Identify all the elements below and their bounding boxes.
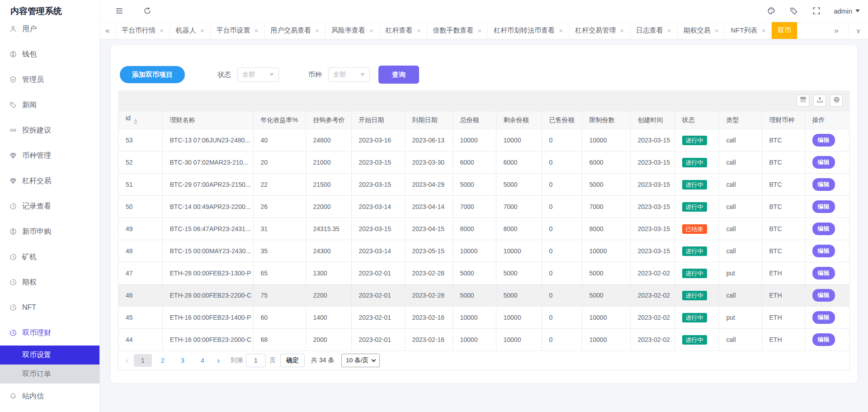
sidebar-item-nft[interactable]: NFT [0, 295, 99, 320]
sidebar-subitem-dual-currency-settings[interactable]: 双币设置 [0, 346, 99, 365]
column-header-0[interactable]: id [118, 111, 162, 129]
sidebar-item-coin-management[interactable]: 币种管理 [0, 143, 99, 168]
tab-close-icon[interactable]: × [762, 27, 766, 34]
cell-sold: 0 [542, 218, 582, 240]
goto-confirm-button[interactable]: 确定 [280, 354, 305, 367]
cell-sold: 0 [542, 284, 582, 307]
page-size-select[interactable]: 10 条/页 [341, 354, 380, 367]
status-select[interactable]: 全部 [237, 67, 279, 82]
edit-button[interactable]: 编辑 [812, 311, 835, 324]
sidebar-item-users[interactable]: 用户 [0, 16, 99, 42]
sidebar-item-records[interactable]: 记录查看 [0, 194, 99, 219]
edit-button[interactable]: 编辑 [812, 245, 835, 257]
column-header-13: 理财币种 [762, 111, 805, 129]
tab-5[interactable]: 杠杆查看× [380, 22, 427, 39]
cell-id: 51 [118, 174, 162, 196]
tag-icon[interactable] [789, 6, 798, 15]
sidebar-item-feedback[interactable]: 投拆建议 [0, 118, 99, 143]
sidebar-item-leverage-trading[interactable]: 杠杆交易 [0, 168, 99, 194]
page-button-3[interactable]: 3 [174, 354, 192, 367]
tab-close-icon[interactable]: × [417, 27, 421, 34]
user-menu[interactable]: admin [834, 7, 860, 15]
tab-close-icon[interactable]: × [559, 27, 563, 34]
tab-close-icon[interactable]: × [667, 27, 671, 34]
export-button[interactable] [813, 95, 826, 107]
edit-button[interactable]: 编辑 [812, 200, 835, 213]
tabs-scroll-left-button[interactable]: « [99, 22, 116, 39]
tab-close-icon[interactable]: × [369, 27, 373, 34]
tab-7[interactable]: 杠杆币划转法币查看× [488, 22, 569, 39]
print-button[interactable] [830, 95, 843, 107]
theme-palette-icon[interactable] [767, 6, 776, 15]
cell-coin: ETH [762, 307, 805, 329]
sidebar-item-dual-currency[interactable]: 双币理财 [0, 320, 99, 346]
edit-button[interactable]: 编辑 [812, 333, 835, 346]
fullscreen-icon[interactable] [812, 6, 821, 15]
sidebar-item-options[interactable]: 期权 [0, 270, 99, 295]
tab-0[interactable]: 平台币行情× [116, 22, 170, 39]
edit-button[interactable]: 编辑 [812, 267, 835, 279]
cell-ref: 21000 [306, 152, 351, 174]
menu-fold-icon[interactable] [115, 6, 124, 15]
next-page-button[interactable]: › [212, 356, 224, 365]
sidebar-item-mining[interactable]: 矿机 [0, 244, 99, 270]
tab-close-icon[interactable]: × [255, 27, 259, 34]
page-list: 1234 [133, 354, 212, 367]
cell-status: 进行中 [675, 262, 719, 284]
column-header-8: 已售份额 [542, 111, 582, 129]
tab-11[interactable]: NFT列表× [725, 22, 772, 39]
page-unit-label: 页 [269, 356, 276, 365]
sidebar-item-messages[interactable]: 站内信 [0, 384, 99, 409]
query-button[interactable]: 查询 [378, 66, 419, 84]
add-dual-currency-button[interactable]: 添加双币项目 [120, 66, 185, 83]
page-button-1[interactable]: 1 [134, 354, 152, 367]
tab-8[interactable]: 杠杆交易管理× [569, 22, 630, 39]
tab-close-icon[interactable]: × [160, 27, 164, 34]
goto-page-input[interactable] [246, 354, 266, 367]
tab-close-icon[interactable]: × [478, 27, 482, 34]
page-button-4[interactable]: 4 [193, 354, 212, 367]
tab-close-icon[interactable]: × [620, 27, 624, 34]
tab-3[interactable]: 用户交易查看× [264, 22, 326, 39]
tab-10[interactable]: 期权交易× [678, 22, 725, 39]
tab-9[interactable]: 日志查看× [630, 22, 678, 39]
prev-page-button[interactable]: ‹ [121, 356, 133, 365]
page-button-2[interactable]: 2 [154, 354, 172, 367]
sidebar-item-new-coin-subscribe[interactable]: 新币申购 [0, 219, 99, 244]
cell-coin: ETH [762, 329, 805, 351]
sidebar-item-news[interactable]: 新闻 [0, 92, 99, 118]
sidebar: 内容管理系统 用户钱包管理员新闻投拆建议币种管理杠杆交易记录查看新币申购矿机期权… [0, 0, 99, 412]
sidebar-item-admins[interactable]: 管理员 [0, 67, 99, 92]
cell-remain: 10000 [496, 307, 542, 329]
tab-close-icon[interactable]: × [715, 27, 719, 34]
tab-close-icon[interactable]: × [200, 27, 204, 34]
tabs-menu-button[interactable]: ∨ [848, 22, 868, 39]
refresh-icon[interactable] [143, 6, 152, 15]
edit-button[interactable]: 编辑 [812, 134, 835, 147]
tab-2[interactable]: 平台币设置× [211, 22, 265, 39]
tabs-scroll-right-button[interactable]: » [828, 22, 844, 39]
sidebar-subitem-dual-currency-orders[interactable]: 双币订单 [0, 365, 99, 384]
coin-select[interactable]: 全部 [328, 67, 370, 82]
columns-button[interactable] [797, 95, 809, 107]
cell-name: BTC-30 07:02MAR23-210... [162, 152, 253, 174]
tab-4[interactable]: 风险率查看× [326, 22, 380, 39]
cell-ref: 21500 [306, 174, 351, 196]
cell-rate: 65 [253, 262, 306, 284]
sort-icon[interactable] [134, 117, 137, 126]
cell-end: 2023-04-15 [405, 218, 453, 240]
edit-button[interactable]: 编辑 [812, 223, 835, 235]
sidebar-item-wallet[interactable]: 钱包 [0, 42, 99, 67]
tab-close-icon[interactable]: × [315, 27, 319, 34]
table-row: 44ETH-16 00:00FEB23-2000-C6820002023-02-… [118, 329, 850, 351]
sidebar-item-label: 币种管理 [22, 151, 51, 161]
cell-end: 2023-05-15 [405, 240, 453, 262]
tab-6[interactable]: 倍数手数查看× [427, 22, 488, 39]
edit-button[interactable]: 编辑 [812, 289, 835, 302]
edit-button[interactable]: 编辑 [812, 156, 835, 169]
edit-button[interactable]: 编辑 [812, 178, 835, 191]
tab-active[interactable]: 双币 [772, 22, 797, 39]
tab-1[interactable]: 机器人× [170, 22, 211, 39]
cell-start: 2023-03-16 [351, 129, 405, 152]
gem-icon [9, 177, 17, 185]
